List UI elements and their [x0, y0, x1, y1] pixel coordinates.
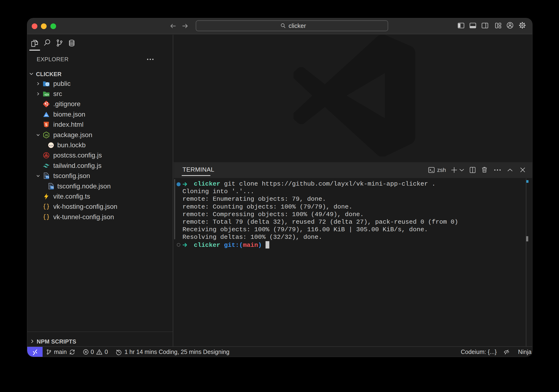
svg-text:JS: JS: [45, 134, 48, 137]
svg-text:TS: TS: [50, 186, 54, 189]
svg-text:TS: TS: [46, 176, 49, 178]
svg-text:</>: </>: [45, 93, 49, 97]
svg-text:5: 5: [45, 123, 47, 127]
